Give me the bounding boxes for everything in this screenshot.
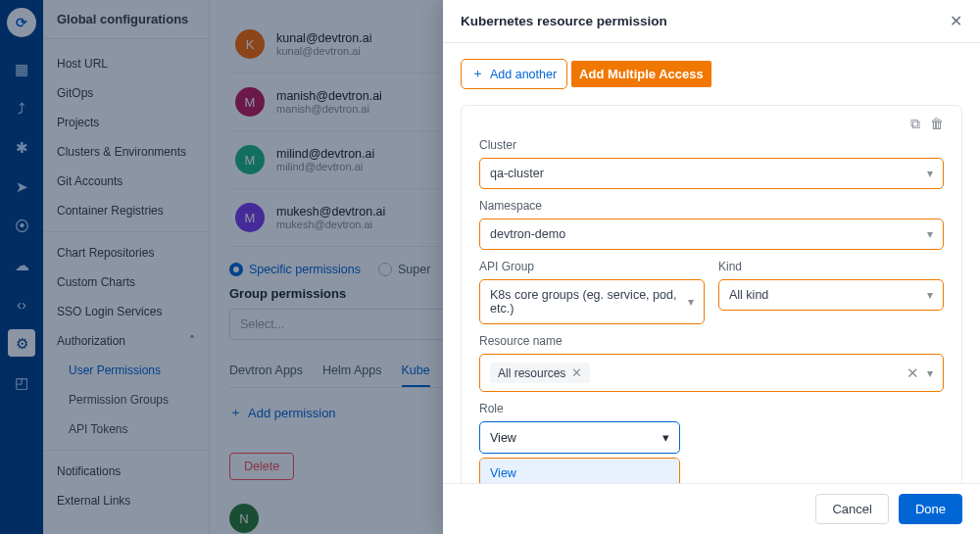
- role-select[interactable]: View ▾: [479, 421, 680, 454]
- api-group-value: K8s core groups (eg. service, pod, etc.): [490, 288, 688, 316]
- permission-form: ⧉ 🗑 Cluster qa-cluster ▾ Namespace devtr…: [461, 105, 962, 483]
- kube-permission-panel: Kubernetes resource permission ✕ ＋ Add a…: [443, 0, 980, 534]
- panel-footer: Cancel Done: [443, 483, 980, 534]
- role-option-view[interactable]: View View allowed K8s resources.: [480, 459, 679, 483]
- role-value: View: [490, 431, 516, 445]
- copy-icon[interactable]: ⧉: [910, 116, 920, 132]
- label-kind: Kind: [718, 260, 944, 273]
- resource-chip-label: All resources: [498, 366, 565, 380]
- plus-icon: ＋: [471, 66, 484, 82]
- modal-overlay[interactable]: Kubernetes resource permission ✕ ＋ Add a…: [0, 0, 980, 534]
- done-button[interactable]: Done: [899, 494, 962, 524]
- role-dropdown: View View allowed K8s resources. Admin C…: [479, 458, 680, 483]
- cancel-button[interactable]: Cancel: [815, 494, 888, 524]
- chevron-down-icon: ▾: [927, 366, 933, 380]
- api-group-select[interactable]: K8s core groups (eg. service, pod, etc.)…: [479, 279, 705, 324]
- trash-icon[interactable]: 🗑: [930, 116, 944, 132]
- chevron-down-icon: ▾: [927, 167, 933, 180]
- cluster-select[interactable]: qa-cluster ▾: [479, 158, 944, 189]
- resource-chip[interactable]: All resources ✕: [490, 363, 590, 383]
- add-multiple-badge: Add Multiple Access: [571, 61, 711, 87]
- chevron-down-icon: ▾: [688, 295, 694, 309]
- label-cluster: Cluster: [479, 138, 944, 152]
- namespace-value: devtron-demo: [490, 227, 565, 241]
- label-resource-name: Resource name: [479, 334, 944, 348]
- add-another-label: Add another: [490, 68, 557, 81]
- label-role: Role: [479, 402, 944, 415]
- resource-name-select[interactable]: All resources ✕ ✕ ▾: [479, 354, 944, 392]
- chevron-down-icon: ▾: [927, 227, 933, 241]
- chevron-down-icon: ▾: [927, 288, 933, 302]
- panel-title: Kubernetes resource permission: [461, 14, 667, 28]
- clear-all-icon[interactable]: ✕: [906, 364, 919, 382]
- label-api-group: API Group: [479, 260, 705, 273]
- add-another-button[interactable]: ＋ Add another: [461, 59, 567, 89]
- kind-value: All kind: [729, 288, 768, 302]
- panel-header: Kubernetes resource permission ✕: [443, 0, 980, 43]
- kind-select[interactable]: All kind ▾: [718, 279, 944, 311]
- namespace-select[interactable]: devtron-demo ▾: [479, 218, 944, 250]
- chevron-down-icon: ▾: [662, 430, 669, 445]
- close-icon[interactable]: ✕: [950, 12, 962, 30]
- role-option-title: View: [490, 466, 669, 480]
- label-namespace: Namespace: [479, 199, 944, 213]
- cluster-value: qa-cluster: [490, 167, 544, 180]
- chip-remove-icon[interactable]: ✕: [571, 365, 582, 380]
